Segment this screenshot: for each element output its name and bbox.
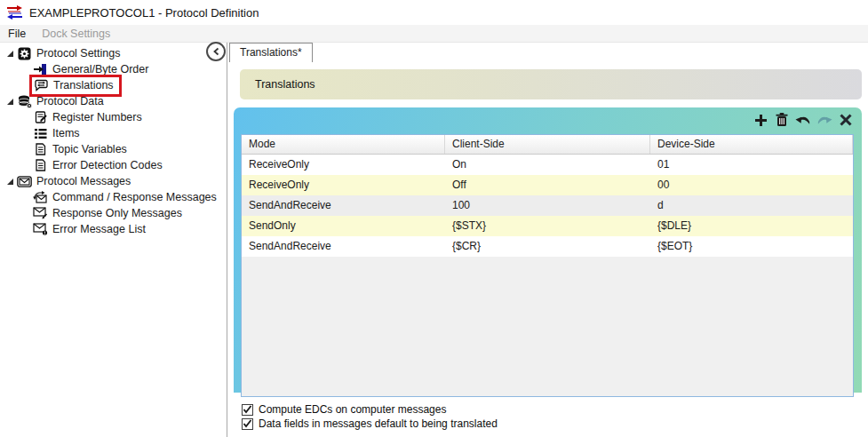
close-editor-button[interactable]: [838, 112, 854, 128]
translations-table: Mode Client-Side Device-Side ReceiveOnly…: [241, 134, 854, 397]
table-row[interactable]: SendOnly {$STX} {$DLE}: [242, 216, 853, 236]
title-bar: EXAMPLEPROTOCOL1 - Protocol Definition: [0, 0, 868, 25]
envelope-receive-icon: [33, 207, 48, 220]
options-section: Compute EDCs on computer messages Data f…: [242, 403, 498, 430]
add-row-button[interactable]: [753, 112, 768, 128]
menu-file[interactable]: File: [0, 28, 34, 40]
tree-item-label: Response Only Messages: [52, 205, 182, 221]
column-header-device-side[interactable]: Device-Side: [650, 135, 853, 154]
menu-dock-settings: Dock Settings: [34, 28, 118, 40]
translations-editor-panel: Mode Client-Side Device-Side ReceiveOnly…: [234, 107, 862, 393]
list-icon: [33, 127, 48, 140]
cell-device[interactable]: {$EOT}: [650, 236, 853, 257]
checkbox-row-compute-edcs[interactable]: Compute EDCs on computer messages: [242, 403, 498, 416]
window-title: EXAMPLEPROTOCOL1 - Protocol Definition: [29, 6, 259, 20]
redo-button: [816, 112, 832, 128]
chevron-left-icon: [212, 47, 220, 56]
redo-arrow-icon: [816, 114, 832, 126]
cell-client[interactable]: 100: [445, 195, 650, 216]
tree-item-label: Register Numbers: [52, 109, 142, 125]
translations-icon: [34, 79, 49, 92]
tree-item-response-only-messages[interactable]: Response Only Messages: [0, 205, 227, 221]
checkbox-checked-icon[interactable]: [242, 418, 253, 430]
tree-item-label: Protocol Messages: [36, 173, 131, 189]
collapse-tree-button[interactable]: [206, 42, 226, 61]
column-header-mode[interactable]: Mode: [242, 135, 445, 154]
tree-item-protocol-messages[interactable]: Protocol Messages: [0, 173, 227, 189]
table-row-selected[interactable]: SendAndReceive 100 d: [242, 195, 853, 216]
cell-client[interactable]: Off: [445, 175, 650, 195]
close-x-icon: [840, 114, 852, 126]
trash-icon: [776, 113, 788, 127]
table-header-row: Mode Client-Side Device-Side: [242, 135, 853, 155]
tree-item-label: Error Message List: [52, 221, 146, 237]
undo-arrow-icon: [795, 114, 811, 126]
table-row[interactable]: ReceiveOnly Off 00: [242, 175, 853, 195]
cell-device[interactable]: {$DLE}: [650, 216, 853, 236]
cell-mode[interactable]: ReceiveOnly: [242, 175, 445, 195]
column-header-client-side[interactable]: Client-Side: [445, 135, 650, 154]
tree-item-label: Topic Variables: [52, 141, 127, 157]
navigation-tree: Protocol Settings General/Byte Order: [0, 43, 227, 437]
cell-client[interactable]: {$STX}: [445, 216, 650, 236]
cell-client[interactable]: On: [445, 155, 650, 175]
document-icon: [33, 143, 48, 156]
protocol-definition-window: EXAMPLEPROTOCOL1 - Protocol Definition F…: [0, 0, 868, 437]
checkbox-label: Data fields in messages default to being…: [259, 417, 498, 430]
tree-item-label: Items: [52, 125, 80, 141]
tree-item-error-detection-codes[interactable]: Error Detection Codes: [0, 157, 227, 173]
checkbox-checked-icon[interactable]: [242, 404, 253, 416]
gear-box-icon: [17, 47, 32, 60]
cell-mode[interactable]: SendAndReceive: [242, 195, 445, 216]
cell-device[interactable]: 01: [650, 155, 853, 175]
database-gear-icon: [17, 95, 32, 108]
tree-item-translations[interactable]: Translations: [0, 77, 227, 93]
table-row[interactable]: ReceiveOnly On 01: [242, 155, 853, 175]
cell-client[interactable]: {$CR}: [445, 236, 650, 257]
undo-button[interactable]: [795, 112, 811, 128]
menu-bar: File Dock Settings: [0, 25, 868, 43]
tree-item-protocol-settings[interactable]: Protocol Settings: [0, 45, 227, 61]
tree-expander-icon[interactable]: [4, 97, 16, 106]
table-row[interactable]: SendAndReceive {$CR} {$EOT}: [242, 236, 853, 257]
envelope-error-icon: [33, 223, 48, 236]
delete-row-button[interactable]: [774, 112, 790, 128]
envelope-icon: [17, 175, 32, 188]
plus-icon: [754, 114, 768, 127]
tree-item-label: Protocol Data: [36, 93, 104, 109]
cell-mode[interactable]: ReceiveOnly: [242, 155, 445, 175]
document-edit-icon: [33, 111, 48, 124]
group-header: Translations: [240, 69, 862, 99]
tree-expander-icon[interactable]: [4, 177, 16, 186]
tree-item-register-numbers[interactable]: Register Numbers: [0, 109, 227, 125]
tab-content: Translations: [227, 62, 868, 437]
cell-mode[interactable]: SendAndReceive: [242, 236, 445, 257]
envelope-sync-icon: [33, 191, 48, 204]
tree-item-error-message-list[interactable]: Error Message List: [0, 221, 227, 237]
tree-item-label: Error Detection Codes: [52, 157, 163, 173]
document-icon: [33, 159, 48, 172]
cell-device[interactable]: 00: [650, 175, 853, 195]
checkbox-row-data-fields-translated[interactable]: Data fields in messages default to being…: [242, 417, 498, 430]
tree-item-label: Translations: [53, 77, 114, 93]
grid-toolbar: [753, 112, 854, 128]
tree-item-items[interactable]: Items: [0, 125, 227, 141]
tree-item-command-response-messages[interactable]: Command / Response Messages: [0, 189, 227, 205]
tree-expander-icon[interactable]: [4, 49, 16, 58]
tree-item-label: Command / Response Messages: [52, 189, 217, 205]
tab-translations[interactable]: Translations*: [229, 43, 313, 62]
checkbox-label: Compute EDCs on computer messages: [259, 403, 446, 416]
cell-mode[interactable]: SendOnly: [242, 216, 445, 236]
tree-item-label: Protocol Settings: [36, 45, 121, 61]
document-tab-strip: Translations*: [227, 43, 868, 62]
cell-device[interactable]: d: [650, 195, 853, 216]
tree-item-topic-variables[interactable]: Topic Variables: [0, 141, 227, 157]
translate-arrows-icon: [6, 5, 23, 20]
